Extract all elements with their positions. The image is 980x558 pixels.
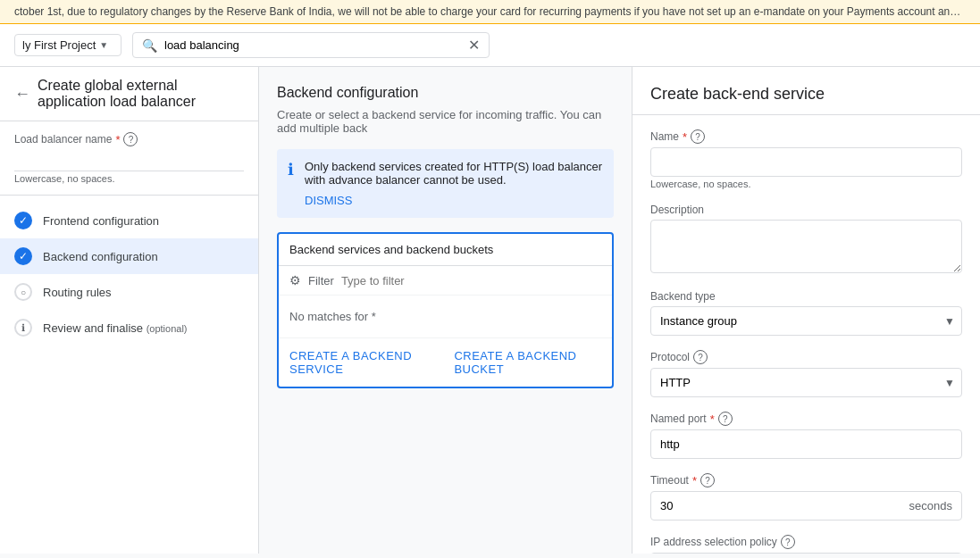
table-header: Backend services and backend buckets — [279, 234, 612, 266]
step-label-backend: Backend configuration — [43, 250, 158, 263]
create-backend-service-link[interactable]: CREATE A BACKEND SERVICE — [289, 349, 440, 376]
rp-timeout-label: Timeout — [650, 474, 689, 487]
rp-description-label: Description — [650, 204, 704, 216]
table-title: Backend services and backend buckets — [289, 243, 493, 256]
filter-label: Filter — [308, 274, 334, 287]
rp-ip-policy-label: IP address selection policy — [650, 536, 777, 548]
rp-named-port-field: Named port * ? — [650, 412, 962, 459]
top-banner: ctober 1st, due to regulatory changes by… — [0, 0, 980, 24]
info-icon: ℹ — [288, 160, 294, 207]
timeout-input-wrapper: seconds — [650, 491, 962, 521]
rp-name-field: Name * ? Lowercase, no spaces. — [650, 129, 962, 189]
page-title: Create global external application load … — [38, 78, 244, 110]
center-panel: Backend configuration Create or select a… — [259, 67, 632, 554]
rp-protocol-label: Protocol — [650, 351, 690, 363]
nav-steps: ✓ Frontend configuration ✓ Backend confi… — [0, 196, 258, 353]
page-title-bar: ← Create global external application loa… — [0, 67, 258, 121]
lb-name-help-icon[interactable]: ? — [123, 132, 138, 146]
right-panel-title: Create back-end service — [650, 85, 962, 104]
rp-timeout-help-icon[interactable]: ? — [700, 473, 715, 487]
lb-name-required: * — [115, 133, 120, 146]
rp-named-port-input[interactable] — [650, 429, 962, 459]
left-panel: ← Create global external application loa… — [0, 67, 259, 554]
rp-name-input[interactable] — [650, 147, 962, 177]
step-label-routing: Routing rules — [43, 286, 112, 299]
timeout-suffix: seconds — [900, 492, 961, 520]
nav-step-frontend[interactable]: ✓ Frontend configuration — [0, 203, 258, 238]
rp-named-port-label: Named port — [650, 412, 707, 425]
nav-step-review[interactable]: ℹ Review and finalise (optional) — [0, 310, 258, 346]
close-icon[interactable]: ✕ — [468, 37, 480, 54]
section-title: Backend configuration — [277, 85, 614, 101]
step-icon-frontend: ✓ — [14, 212, 32, 229]
rp-timeout-input[interactable] — [651, 492, 900, 520]
rp-backend-type-field: Backend type Instance group Network endp… — [650, 290, 962, 336]
filter-input[interactable] — [341, 274, 491, 287]
search-bar: 🔍 ✕ — [132, 32, 490, 58]
rp-timeout-required: * — [692, 474, 697, 487]
rp-ip-policy-select[interactable]: Only IPv4 Prefer IPv6 Only IPv6 — [650, 553, 962, 554]
rp-name-hint: Lowercase, no spaces. — [650, 179, 962, 189]
rp-ip-policy-help-icon[interactable]: ? — [781, 535, 795, 549]
back-button[interactable]: ← — [14, 85, 30, 104]
filter-bar: ⚙ Filter — [279, 266, 612, 296]
main-layout: ← Create global external application loa… — [0, 67, 980, 554]
lb-name-input[interactable] — [14, 150, 244, 171]
header-bar: ly First Project ▼ 🔍 ✕ — [0, 24, 980, 67]
load-balancer-name-group: Load balancer name * ? Lowercase, no spa… — [0, 121, 258, 196]
rp-backend-type-label: Backend type — [650, 290, 716, 303]
rp-name-required: * — [683, 130, 687, 144]
rp-protocol-wrapper: HTTP HTTPS HTTP/2 ▼ — [650, 368, 962, 397]
rp-timeout-field: Timeout * ? seconds — [650, 473, 962, 521]
no-matches: No matches for * — [279, 296, 612, 337]
section-desc: Create or select a backend service for i… — [277, 108, 614, 135]
backend-config: Backend configuration Create or select a… — [259, 67, 632, 406]
rp-protocol-help-icon[interactable]: ? — [693, 350, 708, 364]
project-chevron-icon: ▼ — [99, 40, 108, 50]
lb-name-hint: Lowercase, no spaces. — [14, 173, 244, 184]
step-icon-routing: ○ — [14, 283, 32, 301]
create-backend-bucket-link[interactable]: CREATE A BACKEND BUCKET — [454, 349, 601, 376]
banner-text: ctober 1st, due to regulatory changes by… — [14, 5, 980, 18]
nav-step-backend[interactable]: ✓ Backend configuration — [0, 238, 258, 274]
nav-step-routing[interactable]: ○ Routing rules — [0, 274, 258, 310]
dismiss-link[interactable]: DISMISS — [305, 194, 603, 207]
search-input[interactable] — [164, 38, 461, 52]
right-panel-header: Create back-end service — [632, 67, 980, 115]
right-panel-body: Name * ? Lowercase, no spaces. Descripti… — [632, 115, 980, 554]
rp-named-port-required: * — [710, 412, 715, 426]
lb-name-label: Load balancer name — [14, 133, 112, 146]
project-name: ly First Project — [22, 38, 96, 52]
rp-protocol-select[interactable]: HTTP HTTPS HTTP/2 — [650, 368, 962, 397]
info-text: Only backend services created for HTTP(S… — [305, 160, 602, 187]
info-content: Only backend services created for HTTP(S… — [305, 160, 603, 207]
step-label-review: Review and finalise (optional) — [43, 321, 188, 335]
filter-icon: ⚙ — [289, 273, 301, 287]
backend-table-box: Backend services and backend buckets ⚙ F… — [277, 232, 614, 388]
table-actions: CREATE A BACKEND SERVICE CREATE A BACKEN… — [279, 337, 612, 387]
search-icon: 🔍 — [142, 38, 157, 53]
step-label-frontend: Frontend configuration — [43, 214, 159, 228]
rp-name-label: Name — [650, 130, 679, 143]
protocol-row: HTTP HTTPS HTTP/2 ▼ — [650, 368, 962, 397]
rp-ip-policy-field: IP address selection policy ? Only IPv4 … — [650, 535, 962, 554]
info-box: ℹ Only backend services created for HTTP… — [277, 149, 614, 218]
project-selector[interactable]: ly First Project ▼ — [14, 34, 121, 56]
step-optional-review: (optional) — [147, 323, 188, 334]
rp-backend-type-wrapper: Instance group Network endpoint group Se… — [650, 306, 962, 336]
rp-named-port-help-icon[interactable]: ? — [718, 412, 733, 426]
rp-protocol-field: Protocol ? HTTP HTTPS HTTP/2 ▼ — [650, 350, 962, 397]
rp-description-field: Description — [650, 204, 962, 276]
rp-name-help-icon[interactable]: ? — [691, 129, 705, 144]
rp-backend-type-select[interactable]: Instance group Network endpoint group Se… — [650, 306, 962, 336]
rp-ip-policy-wrapper: Only IPv4 Prefer IPv6 Only IPv6 ▼ — [650, 553, 962, 554]
rp-description-textarea[interactable] — [650, 220, 962, 273]
step-icon-backend: ✓ — [14, 247, 32, 265]
step-icon-review: ℹ — [14, 319, 32, 337]
right-panel: Create back-end service Name * ? Lowerca… — [632, 67, 980, 554]
